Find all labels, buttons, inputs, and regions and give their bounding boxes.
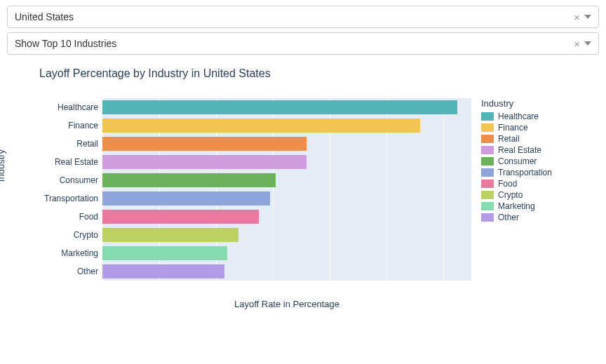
legend-item[interactable]: Food — [481, 179, 579, 189]
legend-label: Transportation — [498, 168, 552, 177]
plot-area[interactable]: 024681012 — [102, 98, 471, 281]
legend-item[interactable]: Consumer — [481, 156, 579, 166]
legend-item[interactable]: Finance — [481, 123, 579, 133]
app-root: United States × Show Top 10 Industries ×… — [0, 0, 606, 364]
legend-item[interactable]: Real Estate — [481, 145, 579, 155]
legend-label: Marketing — [498, 201, 535, 211]
legend-swatch — [481, 123, 494, 132]
legend-item[interactable]: Healthcare — [481, 112, 579, 121]
legend-label: Crypto — [498, 190, 523, 200]
plot-block: HealthcareFinanceRetailReal EstateConsum… — [32, 98, 471, 309]
bar[interactable] — [102, 155, 307, 169]
country-dropdown-value: United States — [15, 11, 570, 22]
legend-label: Retail — [498, 134, 520, 144]
legend-item[interactable]: Other — [481, 213, 579, 222]
bar[interactable] — [102, 264, 224, 278]
y-tick-label: Marketing — [61, 248, 98, 258]
y-tick-label: Real Estate — [55, 157, 98, 167]
bar[interactable] — [102, 173, 276, 187]
chart-title: Layoff Percentage by Industry in United … — [39, 67, 599, 80]
legend-swatch — [481, 180, 494, 188]
y-tick-label: Retail — [76, 139, 98, 149]
legend-label: Other — [498, 213, 519, 222]
legend-item[interactable]: Retail — [481, 134, 579, 144]
y-tick-label: Other — [77, 267, 98, 276]
legend-swatch — [481, 135, 494, 143]
legend-swatch — [481, 191, 494, 199]
y-tick-label: Healthcare — [58, 102, 98, 112]
legend-label: Food — [498, 179, 517, 189]
bar[interactable] — [102, 191, 270, 205]
bar[interactable] — [102, 137, 307, 151]
bar[interactable] — [102, 119, 420, 133]
bar[interactable] — [102, 100, 457, 114]
y-tick-label: Transportation — [44, 194, 98, 203]
legend-swatch — [481, 202, 494, 210]
legend-label: Real Estate — [498, 145, 541, 155]
legend-swatch — [481, 157, 494, 166]
industries-dropdown-value: Show Top 10 Industries — [15, 38, 570, 49]
y-tick-label: Crypto — [74, 230, 98, 240]
y-tick-label: Consumer — [60, 175, 98, 185]
x-axis-title: Layoff Rate in Percentage — [102, 299, 471, 309]
clear-icon[interactable]: × — [570, 38, 584, 50]
bar[interactable] — [102, 210, 259, 224]
legend-item[interactable]: Marketing — [481, 201, 579, 211]
legend-swatch — [481, 146, 494, 154]
bar[interactable] — [102, 228, 238, 242]
legend-label: Consumer — [498, 156, 537, 166]
chevron-down-icon[interactable] — [584, 15, 591, 19]
country-dropdown[interactable]: United States × — [7, 6, 599, 28]
y-axis-title: Industry — [0, 149, 6, 182]
legend: Industry HealthcareFinanceRetailReal Est… — [481, 98, 579, 224]
chevron-down-icon[interactable] — [584, 41, 591, 46]
legend-label: Finance — [498, 123, 528, 133]
grid-line — [443, 98, 444, 281]
y-tick-label: Finance — [68, 121, 98, 130]
legend-swatch — [481, 112, 494, 121]
legend-item[interactable]: Crypto — [481, 190, 579, 200]
legend-swatch — [481, 213, 494, 222]
y-tick-label: Food — [79, 212, 98, 222]
legend-swatch — [481, 168, 494, 177]
bar[interactable] — [102, 246, 227, 260]
chart-container: Layoff Percentage by Industry in United … — [7, 67, 599, 309]
legend-label: Healthcare — [498, 112, 539, 121]
legend-title: Industry — [481, 98, 579, 109]
industries-dropdown[interactable]: Show Top 10 Industries × — [7, 32, 599, 55]
legend-item[interactable]: Transportation — [481, 168, 579, 177]
clear-icon[interactable]: × — [570, 11, 584, 23]
